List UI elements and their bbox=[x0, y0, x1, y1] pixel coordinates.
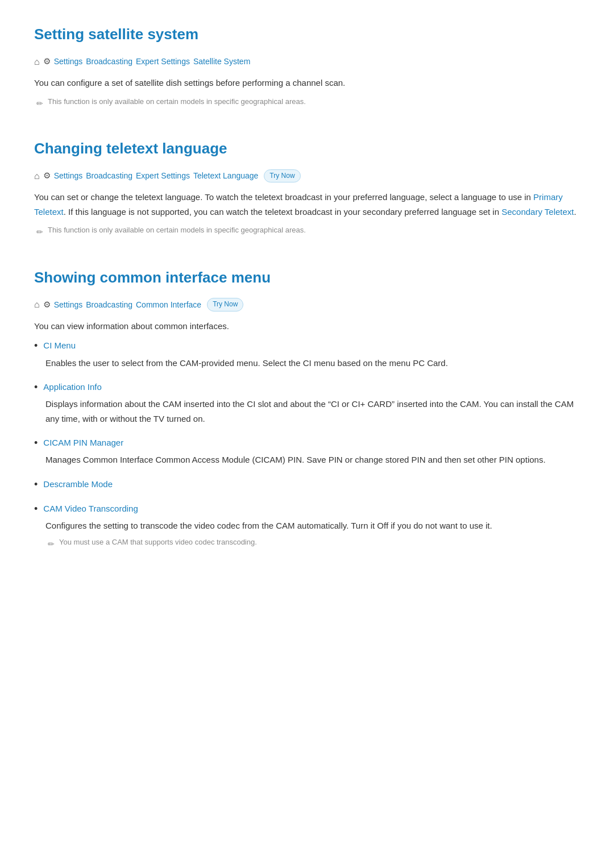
breadcrumb-common-interface: ⌂ ⚙ Settings Broadcasting Common Interfa… bbox=[34, 297, 580, 312]
bullet-desc-ci-menu: Enables the user to select from the CAM-… bbox=[45, 356, 580, 371]
gear-icon-satellite: ⚙ bbox=[43, 55, 51, 68]
pencil-icon-satellite: ✏ bbox=[36, 97, 43, 110]
breadcrumb-satellite-system[interactable]: Satellite System bbox=[193, 55, 250, 68]
bullet-title-cicam[interactable]: CICAM PIN Manager bbox=[43, 436, 123, 450]
breadcrumb-common-interface-item[interactable]: Common Interface bbox=[136, 298, 201, 311]
section-title-satellite: Setting satellite system bbox=[34, 23, 580, 47]
bullet-title-descramble[interactable]: Descramble Mode bbox=[43, 477, 113, 491]
bullet-title-ci-menu[interactable]: CI Menu bbox=[43, 339, 76, 352]
list-item-ci-menu: • CI Menu Enables the user to select fro… bbox=[34, 339, 580, 370]
bullet-desc-cam-video: Configures the setting to transcode the … bbox=[45, 518, 580, 533]
section-teletext: Changing teletext language ⌂ ⚙ Settings … bbox=[34, 137, 580, 239]
gear-icon-teletext: ⚙ bbox=[43, 169, 51, 182]
section-satellite: Setting satellite system ⌂ ⚙ Settings Br… bbox=[34, 23, 580, 110]
bullet-row-cicam: • CICAM PIN Manager bbox=[34, 436, 580, 450]
pencil-icon-cam-video: ✏ bbox=[48, 538, 55, 550]
breadcrumb-settings-teletext[interactable]: Settings bbox=[54, 169, 83, 182]
try-now-badge-teletext[interactable]: Try Now bbox=[264, 169, 300, 182]
breadcrumb-broadcasting-teletext[interactable]: Broadcasting bbox=[86, 169, 132, 182]
bullet-title-app-info[interactable]: Application Info bbox=[43, 380, 102, 394]
breadcrumb-teletext: ⌂ ⚙ Settings Broadcasting Expert Setting… bbox=[34, 169, 580, 184]
home-icon: ⌂ bbox=[34, 55, 40, 69]
home-icon-ci: ⌂ bbox=[34, 297, 40, 312]
bullet-dot-cam-video: • bbox=[34, 502, 38, 516]
bullet-title-cam-video[interactable]: CAM Video Transcording bbox=[43, 502, 138, 516]
breadcrumb-satellite: ⌂ ⚙ Settings Broadcasting Expert Setting… bbox=[34, 55, 580, 69]
bullet-row-ci-menu: • CI Menu bbox=[34, 339, 580, 353]
bullet-desc-app-info: Displays information about the CAM inser… bbox=[45, 397, 580, 426]
try-now-badge-ci[interactable]: Try Now bbox=[207, 298, 243, 311]
note-text-satellite: This function is only available on certa… bbox=[48, 96, 306, 108]
gear-icon-ci: ⚙ bbox=[43, 298, 51, 312]
breadcrumb-expert-settings-teletext[interactable]: Expert Settings bbox=[136, 169, 190, 182]
breadcrumb-broadcasting-satellite[interactable]: Broadcasting bbox=[86, 55, 132, 68]
section-common-interface: Showing common interface menu ⌂ ⚙ Settin… bbox=[34, 266, 580, 551]
bullet-dot-descramble: • bbox=[34, 477, 38, 492]
section-title-common-interface: Showing common interface menu bbox=[34, 266, 580, 290]
description-teletext: You can set or change the teletext langu… bbox=[34, 190, 580, 219]
pencil-icon-teletext: ✏ bbox=[36, 226, 43, 238]
bullet-dot-ci-menu: • bbox=[34, 339, 38, 353]
home-icon-teletext: ⌂ bbox=[34, 169, 40, 184]
list-item-application-info: • Application Info Displays information … bbox=[34, 380, 580, 426]
bullet-desc-cicam: Manages Common Interface Common Access M… bbox=[45, 452, 580, 467]
description-ci: You can view information about common in… bbox=[34, 319, 580, 334]
note-satellite: ✏ This function is only available on cer… bbox=[34, 96, 580, 110]
bullet-dot-app-info: • bbox=[34, 380, 38, 394]
link-secondary-teletext[interactable]: Secondary Teletext bbox=[501, 207, 574, 217]
breadcrumb-settings-ci[interactable]: Settings bbox=[54, 298, 83, 311]
bullet-dot-cicam: • bbox=[34, 436, 38, 450]
note-text-teletext: This function is only available on certa… bbox=[48, 225, 306, 236]
breadcrumb-expert-settings-satellite[interactable]: Expert Settings bbox=[136, 55, 190, 68]
bullet-row-cam-video: • CAM Video Transcording bbox=[34, 502, 580, 516]
list-item-cam-video: • CAM Video Transcording Configures the … bbox=[34, 502, 580, 550]
list-item-descramble: • Descramble Mode bbox=[34, 477, 580, 492]
list-item-cicam-pin: • CICAM PIN Manager Manages Common Inter… bbox=[34, 436, 580, 467]
section-title-teletext: Changing teletext language bbox=[34, 137, 580, 161]
breadcrumb-broadcasting-ci[interactable]: Broadcasting bbox=[86, 298, 132, 311]
breadcrumb-teletext-language[interactable]: Teletext Language bbox=[193, 169, 258, 182]
description-satellite: You can configure a set of satellite dis… bbox=[34, 76, 580, 90]
note-cam-video: ✏ You must use a CAM that supports video… bbox=[45, 537, 580, 550]
breadcrumb-settings-satellite[interactable]: Settings bbox=[54, 55, 83, 68]
ci-bullet-list: • CI Menu Enables the user to select fro… bbox=[34, 339, 580, 550]
bullet-row-descramble: • Descramble Mode bbox=[34, 477, 580, 492]
note-text-cam-video: You must use a CAM that supports video c… bbox=[59, 537, 257, 549]
bullet-row-app-info: • Application Info bbox=[34, 380, 580, 394]
note-teletext: ✏ This function is only available on cer… bbox=[34, 225, 580, 238]
link-primary-teletext[interactable]: Primary Teletext bbox=[34, 192, 563, 217]
